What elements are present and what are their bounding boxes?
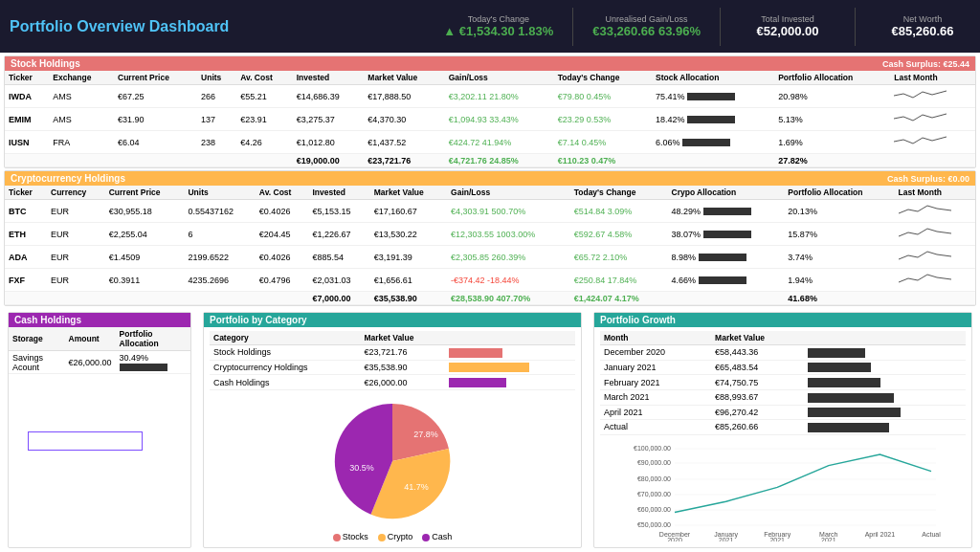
stock-ticker: EMIM (5, 108, 49, 131)
x-label-dec-year: 2020 (667, 537, 682, 541)
pbc-category: Cryptocurrency Holdings (210, 360, 360, 375)
crypto-units: 6 (184, 223, 255, 246)
crypto-ticker: FXF (5, 269, 47, 292)
growth-value: €58,443.36 (711, 345, 804, 361)
stock-mktval: €1,437.52 (364, 131, 444, 154)
crypto-header: Cryptocurrency Holdings Cash Surplus: €0… (5, 171, 975, 186)
crypto-total-alloc (668, 292, 785, 305)
cash-section-label: Cash Holdings (14, 315, 81, 325)
crypto-portfolioalloc: 3.74% (784, 246, 894, 269)
cash-col-portfolioalloc: Portfolio Allocation (116, 327, 190, 351)
stock-units: 137 (197, 108, 236, 131)
stock-portfolioalloc: 1.69% (774, 131, 890, 154)
stock-col-invested: Invested (293, 71, 365, 85)
growth-month: March 2021 (600, 389, 711, 405)
pbc-bar (445, 345, 575, 361)
crypto-lastmonth (895, 223, 975, 246)
unrealised-label: Unrealised Gain/Loss (592, 14, 701, 24)
growth-month: February 2021 (600, 375, 711, 390)
todays-change-pct: 1.83% (518, 24, 553, 38)
crypto-table-row: ETH EUR €2,255.04 6 €204.45 €1,226.67 €1… (5, 223, 975, 246)
crypto-gain: €12,303.55 1003.00% (447, 223, 570, 246)
stock-total-today: €110.23 0.47% (554, 154, 652, 167)
todays-change-value: €1,534.30 (459, 24, 515, 38)
stock-total-portfolioalloc: 27.82% (774, 154, 890, 167)
pbc-bar (445, 375, 575, 390)
stock-total-mktval: €23,721.76 (364, 154, 444, 167)
crypto-avcost: €204.45 (256, 223, 309, 246)
pbc-category: Stock Holdings (210, 345, 360, 361)
growth-month: December 2020 (600, 345, 711, 361)
growth-table-row: December 2020 €58,443.36 (600, 345, 966, 361)
crypto-table-row: ADA EUR €1.4509 2199.6522 €0.4026 €885.5… (5, 246, 975, 269)
todays-change-arrow: ▲ (443, 24, 456, 38)
stock-total-stockalloc (652, 154, 774, 167)
stock-table-row: IUSN FRA €6.04 238 €4.26 €1,012.80 €1,43… (5, 131, 975, 154)
pbc-bar (445, 360, 575, 375)
stock-lastmonth (890, 85, 975, 108)
crypto-ticker: BTC (5, 200, 47, 223)
growth-value: €74,750.75 (711, 375, 804, 390)
stock-exchange: FRA (49, 131, 114, 154)
growth-body: Month Market Value December 2020 €58,443… (594, 327, 971, 547)
crypto-col-price: Current Price (105, 186, 185, 200)
crypto-total-gain: €28,538.90 407.70% (447, 292, 570, 305)
crypto-alloc: 8.98% (668, 246, 785, 269)
growth-month: Actual (600, 420, 711, 435)
growth-bar (804, 345, 966, 361)
stock-invested: €3,275.37 (293, 108, 365, 131)
crypto-col-alloc: Crypo Allocation (668, 186, 785, 200)
growth-table-row: February 2021 €74,750.75 (600, 375, 966, 390)
legend-cash: Cash (422, 532, 452, 541)
crypto-cash-surplus: Cash Surplus: €0.00 (887, 174, 969, 184)
crypto-units: 0.55437162 (184, 200, 255, 223)
crypto-units: 2199.6522 (184, 246, 255, 269)
y-label-100k: €100,000.00 (634, 445, 671, 452)
stock-col-avcost: Av. Cost (236, 71, 292, 85)
bottom-grid: Cash Holdings Storage Amount Portfolio A… (4, 309, 976, 551)
stock-col-mktval: Market Value (364, 71, 444, 85)
growth-section-label: Portfolio Growth (600, 315, 676, 325)
stock-today: €23.29 0.53% (554, 108, 652, 131)
crypto-avcost: €0.4796 (256, 269, 309, 292)
stock-ticker: IWDA (5, 85, 49, 108)
x-label-jan-year: 2021 (719, 537, 734, 541)
stock-section-label: Stock Holdings (11, 58, 80, 69)
crypto-portfolioalloc: 1.94% (784, 269, 894, 292)
unrealised-pct: 63.96% (658, 24, 701, 38)
crypto-invested: €5,153.15 (308, 200, 369, 223)
stock-invested: €14,686.39 (293, 85, 365, 108)
crypto-gain: €2,305.85 260.39% (447, 246, 570, 269)
header: Portfolio Overview Dashboard Today's Cha… (0, 0, 980, 53)
stock-col-units: Units (197, 71, 236, 85)
stock-lastmonth (890, 131, 975, 154)
cash-storage: Savings Acount (9, 351, 65, 374)
crypto-col-gain: Gain/Loss (447, 186, 570, 200)
stock-total-lastmonth (890, 154, 975, 167)
stock-price: €67.25 (114, 85, 197, 108)
pie-chart-container: 27.8% 41.7% 30.5% Stocks Crypto Cash (210, 394, 575, 541)
stock-price: €6.04 (114, 131, 197, 154)
cash-placeholder-box (28, 431, 143, 451)
growth-bar (804, 360, 966, 375)
stock-table-row: IWDA AMS €67.25 266 €55.21 €14,686.39 €1… (5, 85, 975, 108)
y-label-50k: €50,000.00 (637, 521, 671, 528)
total-invested-stat: Total Invested €52,000.00 (740, 14, 835, 38)
crypto-invested: €2,031.03 (308, 269, 369, 292)
crypto-dot (378, 534, 386, 541)
growth-table-row: January 2021 €65,483.54 (600, 360, 966, 375)
crypto-gain: -€374.42 -18.44% (447, 269, 570, 292)
divider-1 (572, 8, 573, 46)
crypto-lastmonth (895, 246, 975, 269)
stock-mktval: €4,370.30 (364, 108, 444, 131)
crypto-col-lastmonth: Last Month (895, 186, 975, 200)
stock-portfolioalloc: 20.98% (774, 85, 890, 108)
stock-table: Ticker Exchange Current Price Units Av. … (5, 71, 975, 167)
stock-total-invested: €19,000.00 (293, 154, 365, 167)
growth-table-row: March 2021 €88,993.67 (600, 389, 966, 405)
crypto-col-avcost: Av. Cost (256, 186, 309, 200)
x-label-mar-year: 2021 (821, 537, 836, 541)
crypto-col-today: Today's Change (570, 186, 668, 200)
pbc-col-mktval: Market Value (360, 331, 445, 345)
x-label-feb-year: 2021 (769, 537, 785, 541)
